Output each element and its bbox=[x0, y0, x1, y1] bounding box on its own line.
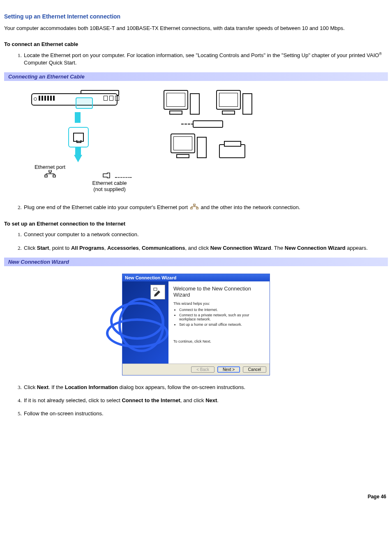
network-icon bbox=[190, 204, 198, 212]
label-ethernet-port: Ethernet port bbox=[27, 164, 73, 192]
laptop-diagram: Ethernet port Ethernet cable (not suppli… bbox=[27, 90, 134, 192]
section2-step2: Click Start, point to All Programs, Acce… bbox=[23, 244, 388, 252]
bold-next-2: Next bbox=[205, 397, 217, 403]
text: , and click bbox=[180, 397, 205, 403]
page-title: Setting up an Ethernet Internet connecti… bbox=[4, 13, 388, 20]
svg-rect-14 bbox=[154, 288, 157, 290]
bold-new-connection-wizard: New Connection Wizard bbox=[210, 245, 271, 251]
wizard-bullet-2: Connect to a private network, such as yo… bbox=[179, 313, 265, 321]
section2-step3: Click Next. If the Location Information … bbox=[23, 384, 388, 391]
section1-step2: Plug one end of the Ethernet cable into … bbox=[23, 204, 388, 212]
text: Computer Quick Start. bbox=[24, 60, 77, 66]
cable-plug-icon bbox=[102, 172, 112, 180]
bold-start: Start bbox=[37, 245, 49, 251]
text: (not supplied) bbox=[93, 186, 126, 192]
section2-step1: Connect your computer to a network conne… bbox=[23, 231, 388, 238]
text: . bbox=[217, 397, 219, 403]
bold-all-programs: All Programs bbox=[71, 245, 104, 251]
wizard-bullets: Connect to the Internet. Connect to a pr… bbox=[173, 308, 265, 327]
callout-new-connection-wizard: New Connection Wizard bbox=[4, 258, 388, 266]
text: Click bbox=[24, 245, 37, 251]
section1-list: Locate the Ethernet port on your compute… bbox=[4, 51, 388, 67]
wizard-continue-text: To continue, click Next. bbox=[173, 339, 265, 344]
bold-location-information: Location Information bbox=[65, 384, 118, 390]
svg-rect-0 bbox=[49, 170, 51, 172]
svg-rect-13 bbox=[196, 207, 198, 209]
network-icon bbox=[44, 170, 56, 177]
svg-rect-7 bbox=[194, 204, 195, 206]
callout-connecting-cable: Connecting an Ethernet Cable bbox=[4, 72, 388, 81]
section2-step5: Follow the on-screen instructions. bbox=[23, 410, 388, 417]
network-diagram bbox=[159, 90, 257, 158]
text: , bbox=[104, 245, 107, 251]
text: Click bbox=[24, 384, 37, 390]
figure-ethernet-cable: Ethernet port Ethernet cable (not suppli… bbox=[27, 90, 388, 192]
text: dialog box appears, follow the on-screen… bbox=[118, 384, 245, 390]
wizard-helps-text: This wizard helps you: bbox=[173, 301, 265, 306]
text: . If the bbox=[48, 384, 65, 390]
wizard-bullet-3: Set up a home or small office network. bbox=[179, 322, 265, 327]
section2-list: Connect your computer to a network conne… bbox=[4, 231, 388, 251]
page-number: Page 46 bbox=[4, 491, 388, 502]
wizard-heading: Welcome to the New Connection Wizard bbox=[173, 286, 265, 298]
bold-next: Next bbox=[37, 384, 48, 390]
bold-new-connection-wizard-2: New Connection Wizard bbox=[285, 245, 346, 251]
wizard-bullet-1: Connect to the Internet. bbox=[179, 308, 265, 312]
text: . The bbox=[271, 245, 285, 251]
registered-mark: ® bbox=[379, 52, 382, 56]
svg-rect-6 bbox=[53, 175, 55, 177]
wizard-screenshot: New Connection Wizard Welcome to the New… bbox=[122, 274, 270, 375]
text: appears. bbox=[346, 245, 368, 251]
network-hub-icon bbox=[193, 120, 223, 128]
svg-rect-12 bbox=[191, 207, 192, 209]
wizard-cancel-button[interactable]: Cancel bbox=[243, 366, 266, 373]
ethernet-port-magnified bbox=[68, 127, 89, 147]
text: , and click bbox=[185, 245, 210, 251]
text: , bbox=[139, 245, 142, 251]
bold-communications: Communications bbox=[142, 245, 185, 251]
wizard-titlebar: New Connection Wizard bbox=[122, 274, 270, 281]
text: Ethernet port bbox=[35, 164, 65, 170]
wizard-icon bbox=[150, 285, 165, 299]
section2-title: To set up an Ethernet connection to the … bbox=[4, 221, 388, 227]
desktop-pc-icon bbox=[171, 134, 207, 158]
bold-connect-to-internet: Connect to the Internet bbox=[122, 397, 180, 403]
section1-title: To connect an Ethernet cable bbox=[4, 41, 388, 47]
label-ethernet-cable: Ethernet cable (not supplied) bbox=[85, 172, 134, 192]
text: Plug one end of the Ethernet cable into … bbox=[24, 204, 189, 210]
wizard-next-button[interactable]: Next > bbox=[217, 366, 240, 373]
section2-list-cont: Click Next. If the Location Information … bbox=[4, 384, 388, 418]
text: Ethernet cable bbox=[92, 180, 127, 186]
section2-step4: If it is not already selected, click to … bbox=[23, 397, 388, 404]
intro-paragraph: Your computer accommodates both 10BASE-T… bbox=[4, 25, 388, 32]
svg-rect-5 bbox=[45, 175, 47, 177]
desktop-pc-icon bbox=[164, 90, 200, 115]
printer-icon bbox=[219, 144, 245, 158]
section1-step1: Locate the Ethernet port on your compute… bbox=[23, 51, 388, 67]
text: , point to bbox=[49, 245, 71, 251]
wizard-back-button: < Back bbox=[191, 366, 214, 373]
ethernet-port-highlight bbox=[76, 97, 93, 109]
text: Locate the Ethernet port on your compute… bbox=[24, 52, 379, 58]
arrow-up-icon bbox=[74, 155, 82, 162]
text: If it is not already selected, click to … bbox=[24, 397, 122, 403]
bold-accessories: Accessories bbox=[107, 245, 139, 251]
section1-list-cont: Plug one end of the Ethernet cable into … bbox=[4, 204, 388, 212]
desktop-pc-icon bbox=[216, 90, 252, 115]
wizard-banner bbox=[122, 281, 168, 364]
text: and the other into the network connectio… bbox=[201, 204, 300, 210]
